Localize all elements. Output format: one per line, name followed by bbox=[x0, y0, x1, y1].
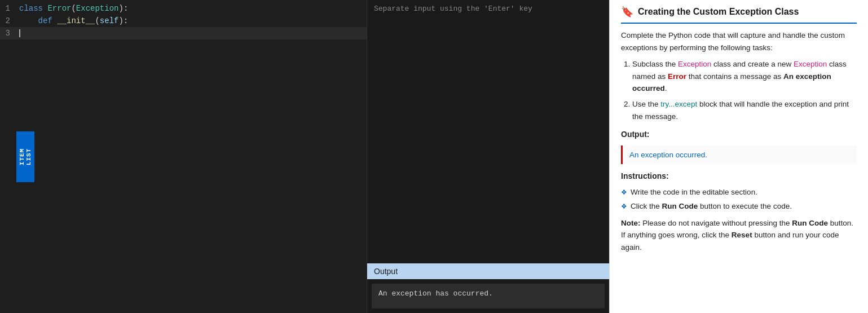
output-expected: An exception occurred. bbox=[621, 146, 857, 165]
output-expected-text: An exception occurred. bbox=[629, 151, 707, 159]
line-number-2: 2 bbox=[0, 15, 17, 27]
task-item-2: Use the try...except block that will han… bbox=[632, 98, 857, 122]
bookmark-icon: 🔖 bbox=[621, 6, 633, 18]
instructions-label: Instructions: bbox=[621, 170, 857, 182]
item-list-tab[interactable]: ITEM LIST bbox=[16, 131, 34, 182]
line-number-1: 1 bbox=[0, 2, 17, 15]
instruction-item-2: ❖ Click the Run Code button to execute t… bbox=[621, 200, 857, 213]
instructions-panel: 🔖 Creating the Custom Exception Class Co… bbox=[609, 0, 868, 313]
item-list-label: ITEM LIST bbox=[19, 148, 32, 165]
note-section: Note: Please do not navigate without pre… bbox=[621, 217, 857, 254]
line-content-2: def __init__(self): bbox=[17, 15, 367, 27]
reset-bold: Reset bbox=[732, 231, 752, 239]
task-list: Subclass the Exception class and create … bbox=[632, 58, 857, 122]
output-box: An exception has occurred. bbox=[372, 284, 605, 308]
task-item-1: Subclass the Exception class and create … bbox=[632, 58, 857, 95]
output-header-label: Output bbox=[374, 267, 398, 276]
panel-body: Complete the Python code that will captu… bbox=[621, 29, 857, 254]
code-line-1: 1 class Error(Exception): bbox=[0, 2, 367, 15]
output-text: An exception has occurred. bbox=[378, 289, 493, 298]
run-code-bold-2: Run Code bbox=[792, 219, 828, 227]
instruction-text-1: Write the code in the editable section. bbox=[631, 186, 757, 199]
line-content-1: class Error(Exception): bbox=[17, 2, 367, 15]
message-bold: An exception occurred bbox=[632, 72, 831, 93]
code-lines: 1 class Error(Exception): 2 def __init__… bbox=[0, 0, 367, 42]
exception-highlight-2: Exception bbox=[794, 60, 827, 68]
output-label: Output: bbox=[621, 128, 857, 140]
error-highlight: Error bbox=[668, 72, 686, 81]
intro-text: Complete the Python code that will captu… bbox=[621, 29, 857, 54]
io-panel: Separate input using the 'Enter' key Out… bbox=[367, 0, 609, 313]
line-number-3: 3 bbox=[0, 27, 17, 39]
input-placeholder: Separate input using the 'Enter' key bbox=[374, 5, 532, 13]
line-content-3 bbox=[17, 27, 367, 39]
panel-title-row: 🔖 Creating the Custom Exception Class bbox=[621, 0, 857, 24]
diamond-icon-2: ❖ bbox=[621, 201, 627, 212]
code-line-3: 3 bbox=[0, 27, 367, 39]
input-area[interactable]: Separate input using the 'Enter' key bbox=[367, 0, 609, 263]
instruction-item-1: ❖ Write the code in the editable section… bbox=[621, 186, 857, 199]
code-line-2: 2 def __init__(self): bbox=[0, 15, 367, 27]
panel-title: Creating the Custom Exception Class bbox=[638, 7, 799, 17]
instruction-text-2: Click the Run Code button to execute the… bbox=[631, 200, 792, 213]
exception-highlight-1: Exception bbox=[678, 60, 711, 68]
run-code-bold-1: Run Code bbox=[662, 202, 698, 210]
output-header: Output bbox=[367, 263, 609, 279]
diamond-icon-1: ❖ bbox=[621, 187, 627, 198]
code-editor[interactable]: 1 class Error(Exception): 2 def __init__… bbox=[0, 0, 367, 313]
try-except-highlight: try...except bbox=[660, 100, 697, 108]
note-label: Note: bbox=[621, 219, 641, 227]
